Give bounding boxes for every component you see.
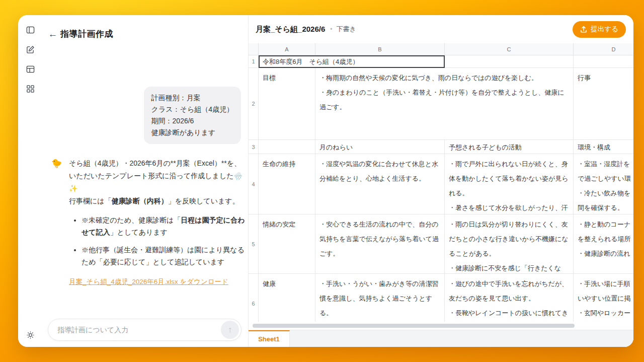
cell-d4[interactable]: ・室温・湿度計を で過ごしやすい環 ・冷たい飲み物を 間を確保する。 [574, 154, 633, 214]
chat-panel: ← 指導計画作成 計画種別：月案 クラス：そら組（4歳児） 期間：2026/6 … [43, 15, 248, 347]
download-xlsx-link[interactable]: 月案_そら組_4歳児_2026年6月.xlsx をダウンロード [69, 275, 228, 288]
cell-c6[interactable]: ・遊びの途中で手洗いを忘れがちだが、友だちの姿を見て思い出す。 ・長靴やレインコ… [445, 274, 574, 322]
submit-button[interactable]: 提出する [573, 21, 626, 38]
cell-c5[interactable]: ・雨の日は気分が切り替わりにくく、友だちとの小さな行き違いから不機嫌になることが… [445, 214, 574, 274]
cell-d2[interactable]: 行事 [574, 68, 633, 140]
assistant-message-body: そら組（4歳児）・2026年6月の**月案（Excel）**を、いただいたテンプ… [65, 157, 245, 288]
cell-a5[interactable]: 情緒の安定 [259, 214, 315, 274]
chat-header: ← 指導計画作成 [43, 15, 248, 40]
assistant-bullet-list: ※未確定のため、健康診断は「日程は園予定に合わせて記入」としてあります ※他行事… [69, 214, 245, 268]
column-header-row: A B C D [249, 43, 633, 55]
bullet-item: ※他行事（誕生会・避難訓練等）は園により異なるため「必要に応じて」として追記して… [82, 244, 245, 268]
column-header-c[interactable]: C [445, 43, 574, 55]
table-icon[interactable] [26, 65, 35, 74]
column-header-d[interactable]: D [574, 43, 633, 55]
compose-icon[interactable] [26, 45, 35, 54]
apps-grid-icon[interactable] [26, 85, 35, 93]
cell-c3[interactable]: 予想される子どもの活動 [445, 140, 574, 154]
chick-avatar-icon: 🐤 [51, 157, 65, 288]
row-number-5[interactable]: 5 [249, 214, 259, 274]
back-arrow-icon[interactable]: ← [45, 29, 60, 40]
assistant-paragraph-1: そら組（4歳児）・2026年6月の**月案（Excel）**を、いただいたテンプ… [69, 157, 245, 195]
bullet-item: ※未確定のため、健康診断は「日程は園予定に合わせて記入」としてあります [82, 214, 245, 238]
icon-rail [18, 15, 43, 347]
cell-a1-selected[interactable]: 令和8年度6月 そら組（4歳児） [259, 55, 445, 68]
text-segment: 行事欄には「 [69, 197, 112, 205]
draft-status-label: 下書き [336, 25, 356, 34]
sheet-header: 月案_そら組_2026/6 • 下書き 提出する [249, 15, 633, 43]
upload-icon [580, 26, 587, 33]
up-arrow-icon: ↑ [228, 325, 232, 334]
row-number-1[interactable]: 1 [249, 55, 259, 68]
tab-sheet1[interactable]: Sheet1 [249, 330, 290, 347]
document-title: 月案_そら組_2026/6 [256, 25, 325, 34]
row-number-6[interactable]: 6 [249, 274, 259, 322]
text-segment: ※未確定のため、健康診断は「 [82, 216, 181, 224]
horizontal-scroll-track [249, 322, 633, 330]
cell-d1[interactable] [574, 55, 633, 68]
table-row: 5 情緒の安定 ・安心できる生活の流れの中で、自分の気持ちを言葉で伝えながら落ち… [249, 214, 633, 274]
send-button[interactable]: ↑ [221, 321, 239, 339]
cell-d3[interactable]: 環境・構成 [574, 140, 633, 154]
sidebar-toggle-icon[interactable] [26, 26, 35, 34]
table-row: 3 月のねらい 予想される子どもの活動 環境・構成 [249, 140, 633, 154]
text-segment: 」としてあります [110, 228, 168, 236]
cell-b4[interactable]: ・湿度や気温の変化に合わせて休息と水分補給をとり、心地よく生活する。 [315, 154, 445, 214]
cell-a2[interactable]: 目標 [259, 68, 315, 140]
column-header-b[interactable]: B [315, 43, 445, 55]
row-number-4[interactable]: 4 [249, 154, 259, 214]
table-row: 2 目標 ・梅雨期の自然や天候の変化に気づき、雨の日ならではの遊びを楽しむ。 ・… [249, 68, 633, 140]
cell-b3[interactable]: 月のねらい [315, 140, 445, 154]
status-dot: • [330, 26, 332, 33]
spreadsheet-grid: A B C D 1 令和8年度6月 そら組（4歳児） 2 目標 ・梅雨期の自然や… [249, 43, 633, 322]
column-header-a[interactable]: A [259, 43, 315, 55]
cell-b6[interactable]: ・手洗い・うがい・歯みがき等の清潔習慣を意識し、気持ちよく過ごそうとする。 ・自… [315, 274, 445, 322]
grid-corner[interactable] [249, 43, 259, 55]
text-segment: ※他行事（誕生会・避難訓練等）は園により異なるため「必要に応じて」として追記して… [82, 246, 245, 266]
chat-input-container: ↑ [48, 319, 242, 341]
horizontal-scrollbar[interactable] [253, 324, 575, 328]
table-row: 4 生命の維持 ・湿度や気温の変化に合わせて休息と水分補給をとり、心地よく生活す… [249, 154, 633, 214]
submit-button-label: 提出する [591, 25, 618, 34]
cell-c4[interactable]: ・雨で戸外に出られない日が続くと、身体を動かしたくて落ち着かない姿が見られる。 … [445, 154, 574, 214]
table-row: 1 令和8年度6月 そら組（4歳児） [249, 55, 633, 68]
settings-gear-icon[interactable] [18, 331, 43, 339]
app-window: ← 指導計画作成 計画種別：月案 クラス：そら組（4歳児） 期間：2026/6 … [18, 15, 633, 347]
page-title: 指導計画作成 [60, 28, 113, 40]
user-message-bubble: 計画種別：月案 クラス：そら組（4歳児） 期間：2026/6 健康診断があります [144, 87, 241, 144]
cell-d6[interactable]: ・手洗い場に手順 いやすい位置に掲 ・玄関やロッカー る。 [574, 274, 633, 322]
bold-text: 健康診断（内科） [112, 197, 168, 205]
cell-b5[interactable]: ・安心できる生活の流れの中で、自分の気持ちを言葉で伝えながら落ち着いて過ごす。 [315, 214, 445, 274]
row-number-2[interactable]: 2 [249, 68, 259, 140]
cell-c1[interactable] [445, 55, 574, 68]
row-number-3[interactable]: 3 [249, 140, 259, 154]
sheet-tab-bar: Sheet1 [249, 330, 633, 347]
chat-input[interactable] [57, 326, 221, 334]
cell-b2-merged[interactable]: ・梅雨期の自然や天候の変化に気づき、雨の日ならではの遊びを楽しむ。 ・身のまわり… [315, 68, 574, 140]
assistant-paragraph-2: 行事欄には「健康診断（内科）」を反映しています。 [69, 195, 245, 207]
spreadsheet-panel: 月案_そら組_2026/6 • 下書き 提出する A B C D 1 令和8年度… [248, 15, 633, 347]
assistant-message: 🐤 そら組（4歳児）・2026年6月の**月案（Excel）**を、いただいたテ… [51, 157, 245, 288]
cell-d5[interactable]: ・静と動のコーナ を整えられる場所 ・健康診断の流れ [574, 214, 633, 274]
cell-a4[interactable]: 生命の維持 [259, 154, 315, 214]
cell-a3[interactable] [259, 140, 315, 154]
table-row: 6 健康 ・手洗い・うがい・歯みがき等の清潔習慣を意識し、気持ちよく過ごそうとす… [249, 274, 633, 322]
text-segment: 」を反映しています。 [168, 197, 239, 205]
cell-a6[interactable]: 健康 [259, 274, 315, 322]
